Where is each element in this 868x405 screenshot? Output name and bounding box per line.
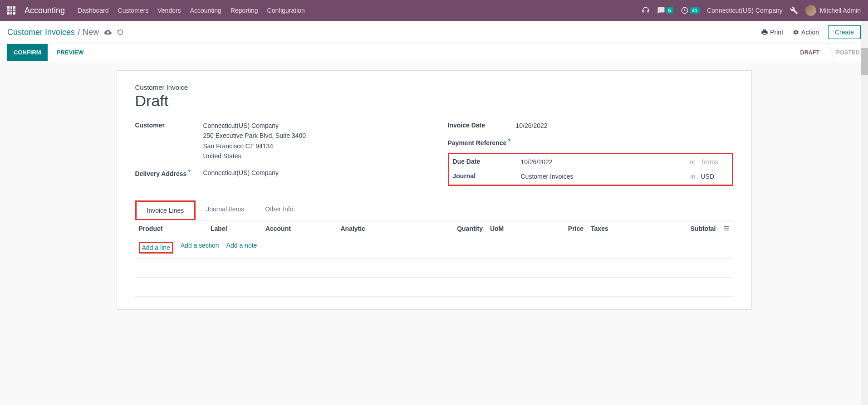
debug-icon[interactable] — [790, 6, 798, 15]
breadcrumb-current: New — [83, 28, 99, 37]
customer-name: Connecticut(US) Company — [203, 121, 421, 131]
settings-icon — [723, 225, 730, 232]
col-product: Product — [135, 220, 207, 237]
invoice-date-field[interactable]: 10/26/2022 — [516, 121, 733, 131]
terms-field[interactable]: Terms — [701, 157, 728, 167]
nav-configuration[interactable]: Configuration — [267, 7, 305, 14]
user-name: Mitchell Admin — [820, 7, 861, 14]
add-note-link[interactable]: Add a note — [226, 242, 257, 254]
scrollbar[interactable] — [861, 21, 868, 319]
table-row — [135, 259, 733, 278]
col-analytic: Analytic — [337, 220, 410, 237]
highlight-box-journal: Due Date 10/26/2022 or Terms Journal Cus… — [448, 153, 733, 186]
action-menu[interactable]: Action — [792, 29, 819, 36]
col-label: Label — [207, 220, 262, 237]
breadcrumb-sep: / — [78, 28, 80, 37]
journal-field[interactable]: Customer Invoices — [521, 171, 685, 181]
preview-button[interactable]: PREVIEW — [57, 49, 84, 56]
confirm-button[interactable]: CONFIRM — [7, 44, 48, 61]
invoice-lines-table: Product Label Account Analytic Quantity … — [135, 220, 733, 297]
highlight-box-addline: Add a line — [139, 242, 173, 254]
company-switcher[interactable]: Connecticut(US) Company — [707, 7, 783, 14]
customer-field[interactable]: Connecticut(US) Company 250 Executive Pa… — [203, 121, 421, 161]
print-button[interactable]: Print — [761, 29, 783, 36]
delivery-address-field[interactable]: Connecticut(US) Company — [203, 168, 421, 178]
tab-journal-items[interactable]: Journal Items — [196, 200, 255, 220]
tab-other-info[interactable]: Other Info — [255, 200, 304, 220]
add-section-link[interactable]: Add a section — [181, 242, 219, 254]
highlight-box-tab: Invoice Lines — [135, 200, 196, 220]
form-title: Draft — [135, 92, 733, 110]
col-quantity: Quantity — [411, 220, 486, 237]
label-payment-reference: Payment Reference? — [448, 137, 516, 146]
customer-city: San Francisco CT 94134 — [203, 141, 421, 151]
breadcrumb: Customer Invoices / New — [7, 28, 123, 37]
label-delivery-address: Delivery Address? — [135, 168, 203, 177]
label-invoice-date: Invoice Date — [448, 121, 516, 129]
nav-vendors[interactable]: Vendors — [157, 7, 181, 14]
avatar — [805, 5, 816, 16]
due-date-field[interactable]: 10/26/2022 — [521, 157, 685, 167]
svg-point-1 — [727, 226, 728, 227]
col-settings[interactable] — [720, 220, 733, 237]
print-icon — [761, 29, 768, 36]
svg-point-3 — [726, 229, 727, 230]
gear-icon — [792, 29, 799, 36]
tab-invoice-lines[interactable]: Invoice Lines — [137, 202, 195, 219]
nav-reporting[interactable]: Reporting — [230, 7, 258, 14]
customer-country: United States — [203, 151, 421, 161]
status-draft[interactable]: DRAFT — [792, 44, 828, 61]
customer-street: 250 Executive Park Blvd, Suite 3400 — [203, 131, 421, 141]
due-date-or: or — [690, 157, 695, 167]
col-subtotal: Subtotal — [644, 220, 720, 237]
add-line-link[interactable]: Add a line — [142, 244, 170, 251]
support-icon[interactable] — [642, 6, 650, 15]
journal-in: in — [691, 171, 696, 181]
col-uom: UoM — [486, 220, 535, 237]
table-row — [135, 278, 733, 297]
messages-badge: 5 — [666, 7, 673, 14]
help-icon[interactable]: ? — [187, 169, 191, 174]
nav-accounting[interactable]: Accounting — [190, 7, 221, 14]
form-subtitle: Customer Invoice — [135, 83, 733, 91]
scrollbar-thumb[interactable] — [861, 48, 868, 75]
svg-point-2 — [725, 228, 726, 229]
apps-icon[interactable] — [7, 6, 15, 15]
label-due-date: Due Date — [453, 157, 521, 165]
help-icon[interactable]: ? — [507, 138, 510, 143]
activities-icon[interactable]: 41 — [681, 6, 700, 15]
user-menu[interactable]: Mitchell Admin — [805, 5, 861, 16]
col-taxes: Taxes — [587, 220, 644, 237]
status-bar: CONFIRM PREVIEW DRAFT POSTED — [0, 44, 868, 61]
messages-icon[interactable]: 5 — [657, 6, 673, 15]
brand-label[interactable]: Accounting — [25, 6, 65, 15]
form-sheet: Customer Invoice Draft Customer Connecti… — [117, 70, 752, 310]
nav-customers[interactable]: Customers — [118, 7, 149, 14]
breadcrumb-parent[interactable]: Customer Invoices — [7, 28, 75, 37]
currency-field[interactable]: USD — [701, 171, 728, 181]
action-label: Action — [801, 29, 819, 36]
discard-icon[interactable] — [117, 29, 123, 35]
tabs: Invoice Lines Journal Items Other Info — [135, 200, 733, 220]
nav-dashboard[interactable]: Dashboard — [78, 7, 109, 14]
navbar: Accounting Dashboard Customers Vendors A… — [0, 0, 868, 21]
col-account: Account — [262, 220, 337, 237]
activities-badge: 41 — [690, 7, 700, 14]
label-customer: Customer — [135, 121, 203, 129]
label-journal: Journal — [453, 171, 521, 180]
print-label: Print — [770, 29, 783, 36]
col-price: Price — [535, 220, 587, 237]
breadcrumb-bar: Customer Invoices / New Print Action Cre… — [0, 21, 868, 44]
create-button[interactable]: Create — [828, 25, 861, 39]
cloud-upload-icon[interactable] — [104, 29, 112, 36]
